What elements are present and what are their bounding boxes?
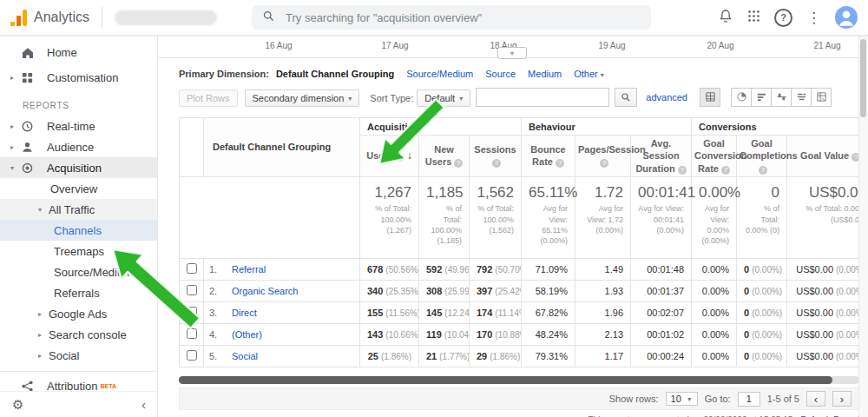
goto-page-input[interactable]	[738, 392, 760, 407]
column-header-users[interactable]: Users?↓	[360, 136, 419, 177]
cell-avg-duration: 00:00:24	[631, 346, 692, 367]
kebab-menu-icon[interactable]: ⋮	[806, 10, 821, 25]
cell-bounce-rate: 71.09%	[522, 259, 575, 281]
help-badge-icon[interactable]: ?	[759, 166, 767, 175]
dimension-option-medium[interactable]: Medium	[528, 69, 562, 79]
sidebar-item-source-medium[interactable]: Source/Medium	[0, 261, 157, 282]
table-search-button[interactable]	[615, 88, 637, 107]
channel-link[interactable]: Social	[232, 351, 258, 361]
table-view-icon	[705, 91, 716, 104]
bar-rows-icon	[756, 91, 767, 104]
chevron-down-icon: ▾	[348, 95, 352, 103]
global-search[interactable]	[252, 5, 651, 30]
user-avatar[interactable]	[835, 6, 858, 29]
vertical-scrollbar-thumb[interactable]	[860, 39, 866, 117]
dimension-option-default-channel-grouping[interactable]: Default Channel Grouping	[276, 69, 394, 79]
cell-sessions: 174(11.14%)	[470, 302, 522, 324]
date-label: 21 Aug	[808, 41, 846, 50]
help-badge-icon[interactable]: ?	[396, 153, 404, 162]
column-header-goal-completions[interactable]: Goal Completions?	[737, 136, 787, 177]
channel-link[interactable]: Referral	[232, 264, 266, 275]
help-badge-icon[interactable]: ?	[721, 166, 730, 175]
help-badge-icon[interactable]: ?	[600, 159, 608, 168]
cell-bounce-rate: 79.31%	[522, 346, 575, 367]
table-view-button[interactable]	[700, 88, 720, 107]
topbar: Analytics ? ⋮	[0, 0, 868, 36]
horizontal-scrollbar-thumb[interactable]	[179, 376, 832, 384]
timeline-axis: 16 Aug 17 Aug 18 Aug 19 Aug 20 Aug 21 Au…	[159, 35, 859, 58]
sidebar-item-channels[interactable]: Channels	[0, 220, 157, 241]
channel-grouping-header[interactable]: Default Channel Grouping	[204, 118, 360, 177]
notifications-bell-icon[interactable]	[718, 8, 733, 27]
next-page-button[interactable]: ›	[832, 391, 852, 407]
sidebar-item-search-console[interactable]: ▸ Search console	[0, 324, 157, 345]
comparison-view-button[interactable]	[771, 88, 792, 107]
column-header-bounce-rate[interactable]: Bounce Rate?	[522, 136, 575, 177]
plot-rows-button[interactable]: Plot Rows	[179, 89, 238, 107]
column-header-goal-value[interactable]: Goal Value?	[787, 136, 859, 177]
pivot-view-button[interactable]	[811, 88, 832, 107]
channel-link[interactable]: Direct	[232, 308, 257, 318]
dimension-option-source-medium[interactable]: Source/Medium	[406, 69, 473, 79]
help-badge-icon[interactable]: ?	[556, 159, 564, 168]
sidebar-item-treemaps[interactable]: Treemaps	[0, 241, 157, 261]
timeline-scroll-handle[interactable]: ▼	[497, 47, 527, 59]
secondary-dimension-button[interactable]: Secondary dimension▾	[245, 89, 360, 107]
cell-goal-conv-rate: 0.00%	[692, 324, 737, 346]
help-badge-icon[interactable]: ?	[454, 159, 463, 168]
row-checkbox[interactable]	[187, 285, 197, 295]
apps-grid-icon[interactable]	[747, 10, 760, 26]
sidebar-item-customisation[interactable]: ▸ Customisation	[0, 65, 157, 90]
channel-link[interactable]: Organic Search	[232, 286, 298, 296]
total-goal-completions: 0% of Total: 0.00% (0)	[737, 176, 787, 258]
cell-goal-conv-rate: 0.00%	[692, 346, 737, 367]
settings-gear-icon[interactable]: ⚙	[12, 397, 23, 413]
reports-section-label: REPORTS	[0, 90, 157, 116]
chevron-right-icon: ▸	[10, 122, 21, 130]
brand-label: Analytics	[34, 10, 89, 25]
column-header-new-users[interactable]: New Users?	[419, 136, 470, 177]
sidebar-item-all-traffic[interactable]: ▾ All Traffic	[0, 199, 157, 220]
column-header-sessions[interactable]: Sessions?	[470, 136, 522, 177]
channel-link[interactable]: (Other)	[232, 329, 262, 340]
show-rows-select[interactable]: 10▼	[666, 392, 698, 406]
account-selector-blur[interactable]	[115, 10, 217, 25]
percentage-view-button[interactable]	[731, 88, 752, 107]
sidebar-item-audience[interactable]: ▸ Audience	[0, 136, 157, 157]
sidebar-item-home[interactable]: Home	[0, 40, 157, 65]
vertical-scrollbar[interactable]	[858, 35, 868, 417]
cell-goal-conv-rate: 0.00%	[692, 281, 737, 302]
dimension-option-source[interactable]: Source	[485, 69, 516, 79]
help-icon[interactable]: ?	[774, 9, 792, 27]
row-checkbox[interactable]	[187, 328, 197, 339]
help-badge-icon[interactable]: ?	[678, 166, 687, 175]
ga-logo-icon[interactable]	[10, 9, 27, 26]
row-checkbox[interactable]	[187, 350, 197, 361]
cell-bounce-rate: 58.19%	[522, 281, 575, 302]
cell-pages-session: 1.49	[575, 259, 631, 281]
sidebar-item-referrals[interactable]: Referrals	[0, 282, 157, 303]
term-cloud-view-button[interactable]	[791, 88, 812, 107]
performance-view-button[interactable]	[751, 88, 772, 107]
column-header-goal-conversion-rate[interactable]: Goal Conversion Rate?	[692, 136, 737, 177]
prev-page-button[interactable]: ‹	[806, 391, 825, 407]
sidebar-item-overview[interactable]: Overview	[0, 178, 157, 199]
help-badge-icon[interactable]: ?	[492, 159, 501, 168]
column-header-pages-session[interactable]: Pages/Session?	[575, 136, 631, 177]
dimension-option-other[interactable]: Other ▾	[574, 69, 604, 79]
table-search-input[interactable]	[476, 88, 609, 107]
horizontal-scrollbar[interactable]	[179, 376, 859, 384]
sidebar-item-google-ads[interactable]: ▸ Google Ads	[0, 303, 157, 324]
cell-goal-completions: 0(0.00%)	[737, 346, 787, 367]
row-checkbox[interactable]	[187, 263, 197, 274]
advanced-link[interactable]: advanced	[646, 92, 687, 103]
search-input[interactable]	[284, 10, 641, 25]
pivot-icon	[816, 91, 827, 104]
column-header-avg-session-duration[interactable]: Avg. Session Duration?	[631, 136, 692, 177]
sort-type-button[interactable]: Default▾	[417, 89, 470, 107]
sidebar-item-realtime[interactable]: ▸ Real-time	[0, 116, 157, 136]
row-checkbox[interactable]	[187, 307, 197, 317]
sidebar-collapse-button[interactable]: ‹	[141, 397, 146, 412]
sidebar-item-acquisition[interactable]: ▾ Acquisition	[0, 157, 157, 178]
sidebar-item-social[interactable]: ▸ Social	[0, 345, 157, 366]
